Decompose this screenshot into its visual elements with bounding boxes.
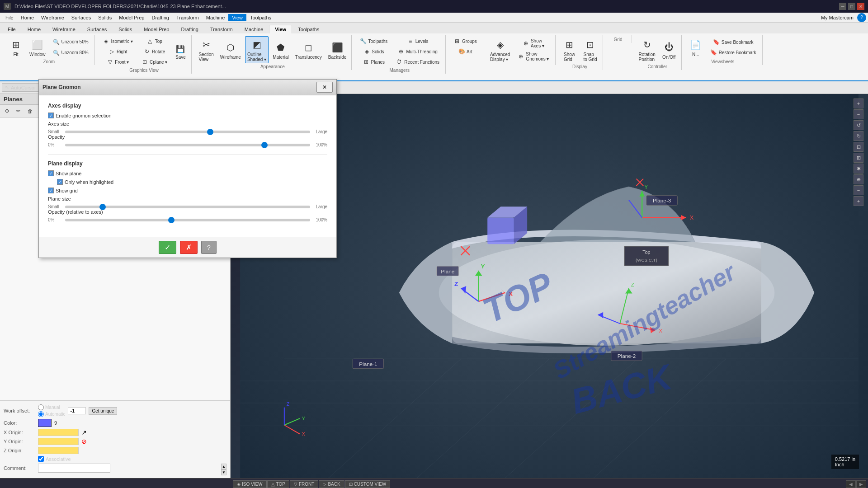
- ribbon-btn-toolpaths-mgr[interactable]: 🔧 Toolpaths: [356, 36, 391, 46]
- ribbon-tab-toolpaths[interactable]: Toolpaths: [292, 25, 325, 33]
- dialog-ok-button[interactable]: ✓: [159, 241, 176, 254]
- plane-label-1[interactable]: Plane-1: [353, 359, 383, 368]
- ribbon-btn-on-off[interactable]: ⏻ On/Off: [660, 39, 679, 61]
- menu-machine[interactable]: Machine: [203, 14, 229, 21]
- ribbon-btn-section-view[interactable]: ✂ SectionView: [196, 36, 216, 63]
- ribbon-btn-solids-mgr[interactable]: ◈ Solids: [356, 47, 391, 56]
- ribbon-btn-wireframe[interactable]: ⬡ Wireframe: [218, 39, 243, 61]
- work-offset-manual-radio[interactable]: [38, 404, 44, 410]
- ribbon-btn-cplane[interactable]: ⊡ Cplane ▾: [138, 57, 170, 67]
- menu-view[interactable]: View: [228, 14, 246, 21]
- color-swatch[interactable]: [38, 419, 52, 427]
- ribbon-btn-recent-functions[interactable]: ⏱ Recent Functions: [392, 57, 443, 67]
- ribbon-btn-viewsheet-n[interactable]: 📄 N...: [686, 36, 705, 58]
- x-origin-pick-button[interactable]: ↗: [81, 429, 87, 436]
- plane-tag[interactable]: Plane: [437, 266, 459, 276]
- ribbon-tab-wireframe[interactable]: Wireframe: [47, 25, 81, 33]
- comment-spin-down[interactable]: ▼: [221, 469, 226, 475]
- get-unique-button[interactable]: Get unique: [89, 407, 117, 415]
- plane-label-3[interactable]: Plane-3: [646, 196, 677, 205]
- menu-drafting[interactable]: Drafting: [148, 14, 173, 21]
- axes-size-thumb[interactable]: [207, 129, 213, 135]
- ribbon-btn-rotation-position[interactable]: ↻ RotationPosition: [637, 36, 658, 63]
- show-grid-checkbox[interactable]: ✓: [48, 188, 54, 193]
- iso-view-button[interactable]: ◈ ISO VIEW: [233, 480, 267, 488]
- work-offset-auto-radio[interactable]: [38, 411, 44, 417]
- view-scroll-right[interactable]: ▶: [856, 480, 866, 488]
- comment-input[interactable]: [38, 464, 110, 473]
- planes-edit-button[interactable]: ✏: [13, 107, 24, 115]
- ribbon-btn-advanced-display[interactable]: ◈ AdvancedDisplay ▾: [488, 36, 512, 63]
- ribbon-btn-front[interactable]: ▽ Front ▾: [99, 57, 136, 67]
- help-button[interactable]: ?: [857, 13, 866, 22]
- ribbon-btn-backside[interactable]: ⬛ Backside: [326, 39, 349, 61]
- view-btn-pan[interactable]: ↺: [854, 120, 863, 130]
- menu-file[interactable]: File: [2, 14, 17, 21]
- planes-delete-button[interactable]: 🗑: [24, 107, 36, 115]
- x-origin-input[interactable]: 1.3712619: [38, 429, 79, 436]
- ribbon-btn-snap-to-grid[interactable]: ⊡ Snapto Grid: [581, 36, 600, 63]
- y-origin-input[interactable]: -0.4639766: [38, 438, 79, 445]
- planes-add-button[interactable]: ⊕: [2, 107, 12, 115]
- ribbon-btn-save[interactable]: 💾 Save: [172, 42, 189, 61]
- ribbon-tab-solids[interactable]: Solids: [113, 25, 138, 33]
- view-btn-expand[interactable]: ⊕: [854, 174, 863, 184]
- ribbon-tab-drafting[interactable]: Drafting: [175, 25, 204, 33]
- ribbon-tab-surfaces[interactable]: Surfaces: [81, 25, 113, 33]
- view-btn-rotate-up[interactable]: +: [854, 99, 863, 108]
- dialog-close-button[interactable]: ✕: [316, 82, 333, 93]
- view-btn-rotate-down[interactable]: −: [854, 109, 863, 119]
- y-origin-clear-button[interactable]: ⊘: [81, 438, 87, 445]
- minimize-button[interactable]: ─: [839, 3, 846, 10]
- comment-spin-up[interactable]: ▲: [221, 464, 226, 469]
- view-btn-plus[interactable]: +: [854, 196, 863, 206]
- ribbon-tab-view[interactable]: View: [269, 25, 292, 33]
- menu-toolpaths[interactable]: Toolpaths: [246, 14, 275, 21]
- ribbon-btn-show-grid[interactable]: ⊞ ShowGrid: [560, 36, 579, 63]
- ribbon-btn-fit[interactable]: ⊞ Fit: [6, 36, 25, 58]
- ribbon-btn-groups[interactable]: ⊞ Groups: [450, 36, 480, 46]
- opacity-relative-thumb[interactable]: [168, 217, 175, 223]
- ribbon-btn-show-gnomons[interactable]: ⊕ ShowGnomons ▾: [514, 50, 552, 63]
- top-view-button[interactable]: △ TOP: [267, 480, 289, 488]
- maximize-button[interactable]: □: [848, 3, 855, 10]
- ribbon-btn-planes-mgr[interactable]: ⊞ Planes: [356, 57, 391, 67]
- ribbon-tab-file[interactable]: File: [2, 25, 22, 33]
- ribbon-btn-rotate[interactable]: ↻ Rotate: [138, 47, 170, 56]
- menu-wireframe[interactable]: Wireframe: [38, 14, 68, 21]
- menu-my-mastercam[interactable]: My Mastercam: [817, 14, 857, 21]
- ribbon-btn-outline-shaded[interactable]: ◩ OutlineShaded ▾: [245, 36, 269, 63]
- view-btn-fit-all[interactable]: ⊡: [854, 142, 863, 152]
- opacity-thumb[interactable]: [261, 142, 268, 148]
- plane-size-thumb[interactable]: [99, 204, 106, 210]
- ribbon-btn-unzoom80[interactable]: 🔍 Unzoom 80%: [50, 48, 92, 58]
- show-plane-checkbox[interactable]: ✓: [48, 170, 54, 176]
- ribbon-btn-window[interactable]: ⬜ Window: [27, 36, 48, 58]
- view-btn-iso[interactable]: ✱: [854, 164, 863, 174]
- ribbon-tab-transform[interactable]: Transform: [204, 25, 239, 33]
- view-scroll-left[interactable]: ◀: [846, 480, 856, 488]
- menu-solids[interactable]: Solids: [94, 14, 115, 21]
- dialog-title-bar[interactable]: Plane Gnomon ✕: [39, 80, 336, 95]
- menu-home[interactable]: Home: [17, 14, 38, 21]
- ribbon-btn-restore-bookmark[interactable]: 🔖 Restore Bookmark: [707, 47, 760, 57]
- z-origin-input[interactable]: 1.3125: [38, 447, 79, 454]
- plane-label-2[interactable]: Plane-2: [611, 351, 642, 361]
- ribbon-tab-machine[interactable]: Machine: [239, 25, 269, 33]
- view-btn-grid-toggle[interactable]: ⊞: [854, 153, 863, 163]
- custom-view-button[interactable]: ⊡ CUSTOM VIEW: [345, 480, 390, 488]
- menu-transform[interactable]: Transform: [173, 14, 203, 21]
- back-view-button[interactable]: ▷ BACK: [319, 480, 344, 488]
- close-button[interactable]: ✕: [857, 3, 864, 10]
- ribbon-btn-right[interactable]: ▷ Right: [99, 47, 136, 56]
- associative-checkbox[interactable]: [38, 456, 44, 462]
- menu-surfaces[interactable]: Surfaces: [68, 14, 94, 21]
- ribbon-btn-art[interactable]: 🎨 Art: [450, 47, 480, 56]
- ribbon-btn-material[interactable]: ⬟ Material: [270, 39, 291, 61]
- ribbon-btn-show-axes[interactable]: ⊕ ShowAxes ▾: [514, 37, 552, 50]
- ribbon-btn-unzoom50[interactable]: 🔍 Unzoom 50%: [50, 37, 92, 47]
- view-btn-minus[interactable]: −: [854, 185, 863, 195]
- enable-gnomon-checkbox[interactable]: ✓: [48, 113, 54, 118]
- dialog-help-button[interactable]: ?: [201, 241, 217, 254]
- ribbon-btn-top[interactable]: △ Top: [138, 36, 170, 46]
